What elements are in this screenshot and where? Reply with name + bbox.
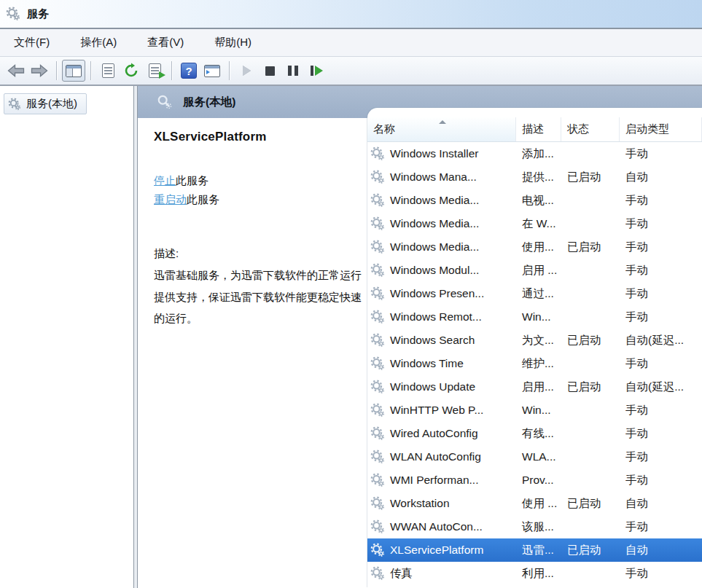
table-row[interactable]: XLServicePlatform 迅雷... 已启动 自动 (367, 538, 702, 562)
toolbar-separator (229, 61, 230, 80)
table-row[interactable]: WWAN AutoCon... 该服... 手动 (367, 515, 702, 538)
menu-item[interactable]: 文件(F) (3, 31, 61, 54)
service-gear-icon (370, 450, 385, 464)
content-area: 服务(本地) 服务(本地) XLServicePlatform 停止此服务 重启… (0, 86, 702, 588)
sidebar-item-label: 服务(本地) (26, 97, 77, 111)
service-startup-type-cell: 自动 (620, 170, 702, 185)
service-gear-icon (370, 496, 385, 511)
service-startup-type-cell: 自动(延迟... (620, 333, 702, 348)
service-desc-cell: 通过... (516, 286, 561, 302)
service-startup-type-cell: 手动 (620, 146, 702, 162)
service-desc-cell: 利用... (516, 566, 561, 581)
table-row[interactable]: Windows Presen... 通过... 手动 (367, 282, 702, 305)
table-row[interactable]: Windows Search 为文... 已启动 自动(延迟... (367, 329, 702, 352)
service-desc-cell: 维护... (516, 356, 561, 372)
service-startup-type-cell: 手动 (620, 286, 702, 302)
service-gear-icon (370, 193, 385, 208)
service-desc-cell: 电视... (516, 193, 561, 208)
sidebar-item-services-local[interactable]: 服务(本地) (4, 93, 87, 114)
table-row[interactable]: Windows Media... 使用... 已启动 手动 (367, 235, 702, 259)
restart-service-icon[interactable] (305, 60, 328, 82)
column-header-name[interactable]: 名称 (367, 117, 516, 141)
service-desc-cell: 该服... (516, 520, 561, 535)
service-desc-cell: Win... (516, 404, 561, 417)
service-name-cell: Windows Media... (367, 193, 516, 208)
service-gear-icon (370, 146, 385, 161)
service-name-cell: WLAN AutoConfig (367, 450, 516, 464)
service-startup-type-cell: 手动 (620, 566, 702, 581)
service-desc-cell: 在 W... (516, 216, 561, 232)
service-startup-type-cell: 手动 (620, 403, 702, 418)
menu-item[interactable]: 帮助(H) (203, 31, 262, 54)
service-desc-cell: 启用 ... (516, 263, 561, 278)
service-startup-type-cell: 自动(延迟... (620, 380, 702, 395)
service-status-cell: 已启动 (561, 240, 620, 255)
table-row[interactable]: 传真 利用... 手动 (367, 562, 702, 585)
service-startup-type-cell: 手动 (620, 356, 702, 372)
table-row[interactable]: Wired AutoConfig 有线... 手动 (367, 422, 702, 445)
table-row[interactable]: Workstation 使用 ... 已启动 自动 (367, 492, 702, 515)
service-gear-icon (370, 520, 385, 534)
table-row[interactable]: Windows Mana... 提供... 已启动 自动 (367, 165, 702, 189)
service-gear-icon (370, 286, 385, 301)
service-desc-cell: WLA... (516, 450, 561, 463)
table-row[interactable]: Windows Remot... Win... 手动 (367, 305, 702, 329)
column-header-description[interactable]: 描述 (516, 117, 561, 141)
service-name-cell: Windows Presen... (367, 286, 516, 301)
table-row[interactable]: Windows Installer 添加... 手动 (367, 142, 702, 165)
service-name-cell: WinHTTP Web P... (367, 403, 516, 418)
service-desc-cell: 使用 ... (516, 496, 561, 511)
show-console-tree-icon[interactable] (62, 60, 85, 82)
service-name-cell: Windows Media... (367, 240, 516, 254)
service-name-cell: WMI Performan... (367, 473, 516, 487)
stop-service-link[interactable]: 停止 (154, 174, 176, 187)
service-startup-type-cell: 手动 (620, 520, 702, 535)
service-gear-icon (370, 263, 385, 278)
restart-service-line: 重启动此服务 (154, 190, 367, 209)
table-row[interactable]: Windows Update 启用... 已启动 自动(延迟... (367, 375, 702, 399)
toolbar-separator (90, 61, 91, 80)
refresh-icon[interactable] (120, 60, 143, 82)
service-desc-cell: 有线... (516, 426, 561, 442)
service-gear-icon (370, 543, 385, 557)
menu-item[interactable]: 操作(A) (69, 31, 128, 54)
properties-icon[interactable] (96, 60, 120, 82)
service-name-cell: XLServicePlatform (367, 543, 516, 557)
menu-item[interactable]: 查看(V) (136, 31, 195, 54)
service-gear-icon (370, 170, 385, 184)
service-startup-type-cell: 手动 (620, 193, 702, 208)
service-status-cell: 已启动 (561, 170, 620, 185)
service-desc-cell: 迅雷... (516, 543, 561, 558)
table-row[interactable]: Windows Media... 在 W... 手动 (367, 212, 702, 235)
service-gear-icon (370, 333, 385, 348)
table-row[interactable]: Windows Time 维护... 手动 (367, 352, 702, 375)
service-name-cell: Windows Search (367, 333, 516, 348)
start-service-icon[interactable] (235, 60, 258, 82)
stop-service-icon[interactable] (258, 60, 281, 82)
table-row[interactable]: Windows Modul... 启用 ... 手动 (367, 259, 702, 282)
column-header-status[interactable]: 状态 (561, 117, 620, 141)
pause-service-icon[interactable] (281, 60, 305, 82)
service-desc-cell: 为文... (516, 333, 561, 348)
service-desc-cell: 使用... (516, 240, 561, 255)
service-gear-icon (370, 426, 385, 441)
table-row[interactable]: WLAN AutoConfig WLA... 手动 (367, 445, 702, 469)
table-row[interactable]: WMI Performan... Prov... 手动 (367, 469, 702, 492)
help-icon[interactable]: ? (177, 60, 200, 82)
service-name-cell: 传真 (367, 566, 516, 581)
service-name-cell: Windows Time (367, 356, 516, 371)
back-icon[interactable] (4, 60, 28, 82)
service-startup-type-cell: 自动 (620, 496, 702, 511)
forward-icon[interactable] (28, 60, 51, 82)
service-name-cell: Windows Remot... (367, 310, 516, 324)
service-startup-type-cell: 手动 (620, 240, 702, 255)
table-row[interactable]: WinHTTP Web P... Win... 手动 (367, 399, 702, 422)
export-list-icon[interactable] (143, 60, 166, 82)
column-header-startup-type[interactable]: 启动类型 (620, 117, 702, 141)
toolbar-separator (171, 61, 172, 80)
extended-view-icon[interactable] (200, 60, 224, 82)
services-list-panel: 名称 描述 状态 启动类型 Windows Installer (367, 108, 702, 588)
service-status-cell: 已启动 (561, 380, 620, 395)
table-row[interactable]: Windows Media... 电视... 手动 (367, 189, 702, 212)
restart-service-link[interactable]: 重启动 (154, 193, 187, 205)
